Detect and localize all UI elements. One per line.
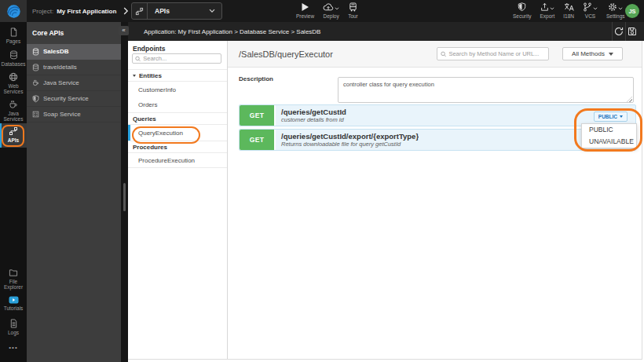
operations-list: GET /queries/getCustId customer details … <box>228 104 642 151</box>
description-textarea[interactable]: controller class for query execution <box>338 77 634 103</box>
sidebar-item-web-services[interactable]: WebServices <box>0 72 27 94</box>
tree-section-entities[interactable]: Entities <box>128 69 227 82</box>
search-icon <box>441 51 446 57</box>
vcs-button[interactable]: VCS <box>583 2 598 19</box>
sidebar-item-tutorials[interactable]: Tutorials <box>0 296 27 311</box>
tree-item-customerinfo[interactable]: CustomerInfo <box>128 82 227 97</box>
chevron-right-icon <box>123 7 129 15</box>
save-icon <box>628 27 637 36</box>
security-button[interactable]: Security <box>513 2 531 19</box>
api-icon <box>9 126 18 136</box>
method-search-input[interactable] <box>448 50 545 57</box>
shield-icon <box>518 2 526 13</box>
caret-down-icon <box>593 7 598 10</box>
operation-row-getcustid[interactable]: GET /queries/getCustId customer details … <box>239 104 636 126</box>
pages-label: Pages <box>6 38 20 44</box>
sidebar-item-file-explorer[interactable]: FileExplorer <box>0 269 27 290</box>
web-services-label: WebServices <box>4 83 24 94</box>
active-item-indicator <box>128 125 130 141</box>
cloud-upload-icon <box>323 2 334 12</box>
endpoints-tree: Entities CustomerInfo Orders Queries Que… <box>128 69 227 168</box>
core-api-item-traveldetails[interactable]: traveldetails <box>27 60 121 75</box>
refresh-button[interactable] <box>613 22 625 41</box>
breadcrumb-bar: Application: My First Application > Data… <box>128 22 644 41</box>
operation-texts: /queries/getCustId customer details from… <box>276 105 346 126</box>
export-label: Export <box>540 13 554 19</box>
module-selector-dropdown[interactable]: APIs <box>131 2 222 20</box>
tree-item-orders[interactable]: Orders <box>128 97 227 112</box>
wavemaker-logo[interactable] <box>0 0 27 22</box>
database-icon <box>32 48 39 56</box>
tutorials-label: Tutorials <box>4 305 24 311</box>
menu-option-unavailable[interactable]: UNAVAILABLE <box>582 136 636 148</box>
caret-down-icon <box>335 7 339 10</box>
core-api-item-security-service[interactable]: Security Service <box>27 91 121 107</box>
sidebar-item-java-services[interactable]: JavaServices <box>0 100 27 122</box>
logs-icon <box>9 319 18 328</box>
workspace: Endpoints Entities CustomerInfo Orders Q… <box>128 41 644 362</box>
sidebar-item-databases[interactable]: Databases <box>0 50 27 67</box>
translate-icon <box>564 2 574 13</box>
sidebar-more-button[interactable]: ••• <box>0 343 27 350</box>
http-method-badge: GET <box>240 130 276 150</box>
bus-icon <box>349 2 357 13</box>
menu-option-public[interactable]: PUBLIC <box>582 124 636 136</box>
description-label: Description <box>239 75 273 82</box>
access-dropdown-button[interactable]: PUBLIC <box>594 112 628 122</box>
entities-label: Entities <box>139 72 162 79</box>
sidebar-item-apis[interactable]: APIs <box>0 126 27 143</box>
tour-button[interactable]: Tour <box>348 2 358 19</box>
file-explorer-label: FileExplorer <box>4 279 23 290</box>
drag-handle[interactable] <box>123 183 126 211</box>
user-avatar[interactable]: JS <box>625 4 639 18</box>
http-method-badge: GET <box>240 105 276 126</box>
search-icon <box>135 56 141 62</box>
tree-section-procedures[interactable]: Procedures <box>128 141 227 153</box>
core-api-item-java-service[interactable]: Java Service <box>27 75 121 91</box>
project-label: Project: <box>32 8 53 15</box>
caret-down-icon <box>609 53 613 56</box>
deploy-button[interactable]: Deploy <box>323 2 339 19</box>
chevron-down-icon <box>209 9 215 13</box>
methods-filter-value: All Methods <box>572 50 605 57</box>
preview-button[interactable]: Preview <box>296 2 314 19</box>
shield-icon <box>32 95 39 103</box>
api-detail-panel: /SalesDB/queryExecutor All Methods Descr… <box>228 41 642 359</box>
core-apis-panel: Core APIs SalesDB traveldetails Java Ser… <box>27 22 121 362</box>
sidebar-item-logs[interactable]: Logs <box>0 319 27 335</box>
tour-label: Tour <box>348 13 358 19</box>
page-title: /SalesDB/queryExecutor <box>239 49 333 59</box>
database-icon <box>9 50 18 60</box>
coffee-icon <box>32 79 39 86</box>
soap-icon <box>32 111 39 118</box>
export-button[interactable]: Export <box>540 2 554 19</box>
tree-section-queries[interactable]: Queries <box>128 112 227 125</box>
tree-item-queryexecution[interactable]: QueryExecution <box>128 125 227 141</box>
operation-texts: /queries/getCustId/export/{exportType} R… <box>276 130 419 150</box>
panel-resizer-strip[interactable]: « <box>121 22 128 362</box>
coffee-icon <box>9 100 18 109</box>
globe-icon <box>9 72 18 82</box>
endpoints-title: Endpoints <box>128 41 227 53</box>
methods-filter-dropdown[interactable]: All Methods <box>562 47 623 60</box>
export-icon <box>540 2 549 12</box>
operation-summary: customer details from id <box>281 116 346 123</box>
brand-logo-icon <box>6 4 21 19</box>
core-api-item-soap-service[interactable]: Soap Service <box>27 107 121 122</box>
database-icon <box>32 64 39 71</box>
settings-button[interactable]: Settings <box>606 2 625 19</box>
caret-down-icon <box>133 75 136 77</box>
operation-row-getcustid-export[interactable]: GET /queries/getCustId/export/{exportTyp… <box>239 129 636 151</box>
databases-label: Databases <box>1 61 25 67</box>
tree-item-procedureexecution[interactable]: ProcedureExecution <box>128 153 227 168</box>
endpoints-panel: Endpoints Entities CustomerInfo Orders Q… <box>128 41 228 359</box>
access-value: PUBLIC <box>598 114 617 119</box>
security-label: Security <box>513 13 531 19</box>
method-search-box <box>437 47 549 60</box>
core-api-item-salesdb[interactable]: SalesDB <box>27 44 121 60</box>
collapse-panel-button[interactable]: « <box>119 26 129 35</box>
save-button[interactable] <box>626 22 639 41</box>
sidebar-item-pages[interactable]: Pages <box>0 27 27 44</box>
i18n-button[interactable]: I18N <box>563 2 574 19</box>
endpoints-search-input[interactable] <box>143 55 218 62</box>
